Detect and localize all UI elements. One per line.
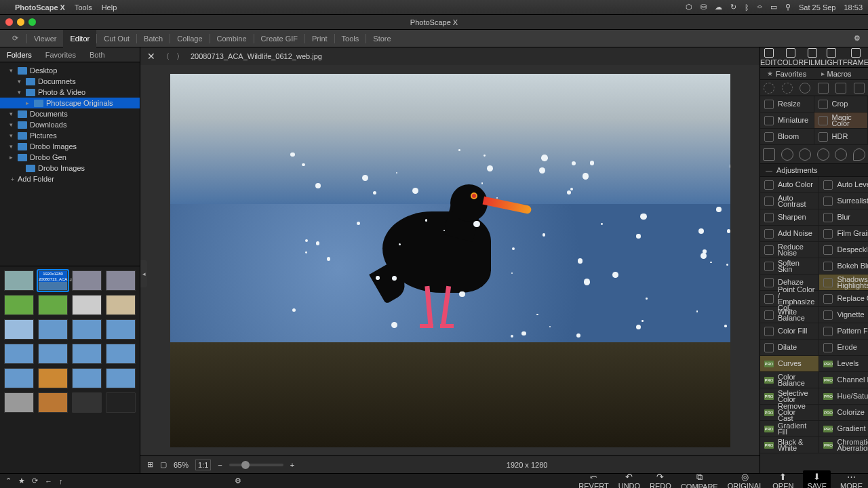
tab-viewer[interactable]: Viewer [27, 30, 63, 47]
thumbnail[interactable] [72, 295, 102, 315]
rotate-free-icon[interactable] [800, 83, 810, 94]
zoom-window[interactable] [28, 18, 36, 26]
tool-add-noise[interactable]: Add Noise [760, 226, 819, 242]
thumbnail[interactable] [106, 344, 136, 364]
thumbnail[interactable] [72, 270, 102, 291]
bottom-save[interactable]: ⬇SAVE [803, 470, 831, 488]
tool-auto-color[interactable]: Auto Color [760, 177, 819, 193]
canvas[interactable]: ◂ [140, 65, 760, 455]
battery-icon[interactable]: ▭ [770, 3, 777, 12]
tool-curves[interactable]: PROCurves [760, 356, 819, 372]
circle2-icon[interactable] [799, 148, 811, 161]
wifi-icon[interactable]: ⌔ [757, 3, 762, 12]
folder-photo-video[interactable]: ▾Photo & Video [0, 87, 140, 98]
circle4-icon[interactable] [835, 148, 847, 161]
zoom-percent[interactable]: 65% [174, 461, 189, 469]
tab-collage[interactable]: Collage [170, 30, 209, 47]
tool-auto-levels[interactable]: Auto Levels [819, 177, 868, 193]
bottom-open[interactable]: ⬆OPEN [772, 472, 793, 488]
tool-color-balance[interactable]: PROColor Balance [760, 372, 819, 388]
minimize-window[interactable] [17, 18, 24, 26]
tool-bokeh-blur[interactable]: Bokeh Blur [819, 258, 868, 274]
app-name[interactable]: PhotoScape X [15, 3, 65, 12]
tab-combine[interactable]: Combine [210, 30, 254, 47]
up-arrow-icon[interactable]: ↑ [59, 477, 63, 485]
macros-section[interactable]: ▸ Macros [814, 68, 869, 79]
tab-batch[interactable]: Batch [137, 30, 170, 47]
refresh-icon[interactable]: ⟳ [32, 476, 38, 485]
folder-photscape-originals[interactable]: ▸Photscape Originals [0, 98, 140, 108]
rotate-ccw-icon[interactable] [764, 83, 774, 94]
bottom-more[interactable]: ⋯MORE [840, 472, 863, 488]
folder-drobo-gen[interactable]: ▸Drobo Gen [0, 152, 140, 163]
tool-erode[interactable]: Erode [819, 340, 868, 356]
favorites-section[interactable]: ★ Favorites [760, 68, 814, 79]
rtab-color[interactable]: COLOR [777, 47, 804, 67]
tab-print[interactable]: Print [305, 30, 334, 47]
tool-hue-saturation[interactable]: PROHue/Saturation [819, 388, 868, 405]
tab-creategif[interactable]: Create GIF [254, 30, 304, 47]
thumbnail[interactable] [38, 319, 68, 340]
thumbnail[interactable] [4, 295, 34, 315]
tool-auto-contrast[interactable]: Auto Contrast [760, 193, 819, 209]
tool-color-fill[interactable]: Color Fill [760, 323, 819, 340]
tool-white-balance[interactable]: White Balance [760, 307, 819, 323]
thumbnail[interactable] [72, 368, 102, 388]
circle-shape-icon[interactable] [781, 148, 793, 161]
thumbnail[interactable] [4, 392, 34, 413]
thumbnail[interactable] [38, 368, 68, 388]
dropbox-icon[interactable]: ⬡ [686, 3, 692, 12]
tool-sharpen[interactable]: Sharpen [760, 209, 819, 226]
prev-image-icon[interactable]: 〈 [162, 52, 170, 62]
back-arrow-icon[interactable]: ← [45, 477, 52, 485]
tool-surrealistic[interactable]: Surrealistic [819, 193, 868, 209]
folder-add-folder[interactable]: ＋Add Folder [0, 174, 140, 184]
fit-icon[interactable]: ▢ [160, 460, 167, 469]
tool-chromatic-aberration[interactable]: PROChromaticAberration [819, 437, 868, 453]
menu-tools[interactable]: Tools [75, 3, 92, 12]
tool-remove-color-cast[interactable]: PRORemove ColorCast [760, 405, 819, 421]
tool-crop[interactable]: Crop [814, 96, 869, 113]
tool-channel-mixer[interactable]: PROChannel Mixer [819, 372, 868, 388]
grid-icon[interactable]: ⊞ [147, 460, 153, 469]
sidetab-both[interactable]: Both [83, 47, 112, 62]
tool-resize[interactable]: Resize [760, 96, 814, 113]
thumbnail[interactable] [38, 392, 68, 413]
star-icon[interactable]: ★ [18, 476, 25, 485]
bottom-original[interactable]: ◎ORIGINAL [728, 472, 764, 488]
spotlight-icon[interactable]: ⚲ [785, 3, 791, 12]
tool-blur[interactable]: Blur [819, 209, 868, 226]
thumbnail[interactable] [106, 295, 136, 315]
sidetab-folders[interactable]: Folders [0, 47, 39, 62]
thumbnail[interactable] [106, 270, 136, 291]
menu-help[interactable]: Help [102, 3, 117, 12]
close-window[interactable] [5, 18, 13, 26]
collapse-sidebar-icon[interactable]: ◂ [140, 260, 147, 287]
folder-tree[interactable]: ▾Desktop▾Documnets▾Photo & Video▸Photsca… [0, 62, 140, 266]
rtab-frame[interactable]: FRAME [843, 47, 868, 67]
folder-pictures[interactable]: ▾Pictures [0, 130, 140, 141]
rtab-light[interactable]: LIGHT [821, 47, 842, 67]
zoom-out-icon[interactable]: − [218, 461, 222, 469]
clock-date[interactable]: Sat 25 Sep [799, 3, 835, 12]
thumbnail[interactable] [72, 319, 102, 340]
settings-icon[interactable]: ⚙ [235, 476, 241, 485]
thumbnail[interactable] [4, 368, 34, 388]
status-icon[interactable]: ⛁ [701, 3, 707, 12]
backup-icon[interactable]: ↻ [730, 3, 736, 12]
flip-h-icon[interactable] [818, 83, 829, 94]
thumbnail[interactable] [4, 270, 34, 291]
rtab-edit[interactable]: EDIT [760, 47, 777, 67]
home-search-icon[interactable]: ⟳ [4, 30, 26, 47]
thumbnail[interactable] [72, 344, 102, 364]
bottom-compare[interactable]: ⧉COMPARE [681, 472, 718, 489]
thumbnail-grid[interactable]: 1920x128020080713_ACA...jpg [0, 266, 140, 473]
tool-reduce-noise[interactable]: Reduce Noise [760, 242, 819, 258]
thumbnail[interactable] [4, 319, 34, 340]
next-image-icon[interactable]: 〉 [176, 52, 184, 62]
thumbnail[interactable] [106, 368, 136, 388]
tool-point-color-emphasize-col-[interactable]: Point Color /Emphasize Col. [760, 291, 819, 307]
thumbnail[interactable] [72, 392, 102, 413]
thumbnail[interactable] [38, 295, 68, 315]
tab-store[interactable]: Store [366, 30, 397, 47]
